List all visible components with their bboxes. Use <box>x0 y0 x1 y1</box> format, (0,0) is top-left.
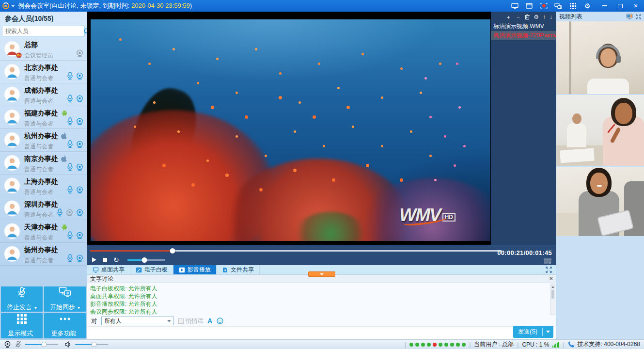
network-sync-icon[interactable] <box>554 2 563 10</box>
playlist-toggle-icon[interactable] <box>544 258 551 264</box>
mic-volume-slider[interactable] <box>25 344 58 345</box>
tab-whiteboard[interactable]: 电子白板 <box>130 265 173 274</box>
sidebar-action-button[interactable]: 停止发言▾ <box>1 286 43 312</box>
expand-videos-icon[interactable] <box>636 14 641 19</box>
video-thumbnail-3[interactable] <box>556 167 644 236</box>
record-icon[interactable] <box>539 2 548 10</box>
video-player-stage[interactable]: WMV HD <box>87 12 491 245</box>
participant-name: 南京办事处 <box>24 155 58 162</box>
cam-icon[interactable] <box>76 141 83 148</box>
whisper-option[interactable]: 悄悄话 <box>178 317 203 325</box>
video-content: WMV HD <box>91 19 490 241</box>
webcam-status-icon[interactable] <box>4 341 11 348</box>
mic-icon[interactable] <box>67 72 73 80</box>
tab-desktop-share[interactable]: 桌面共享 <box>87 265 130 274</box>
mic-icon[interactable] <box>67 95 73 103</box>
sidebar-action-button[interactable]: 更多功能 <box>44 313 86 338</box>
cam-icon[interactable] <box>76 72 83 80</box>
sidebar-action-button[interactable]: 显示模式 <box>1 313 43 338</box>
cam-icon[interactable] <box>76 118 83 126</box>
participant-row[interactable]: 上海办事处 普通与会者 <box>0 174 87 197</box>
scroll-up-icon[interactable]: ▲ <box>551 284 555 289</box>
mic-icon[interactable] <box>67 140 73 148</box>
close-button[interactable]: × <box>631 2 640 10</box>
replay-button[interactable]: ↻ <box>113 257 119 263</box>
mic-icon[interactable] <box>57 208 63 217</box>
volume-handle[interactable] <box>141 257 147 263</box>
chevron-down-icon[interactable] <box>11 5 15 7</box>
chat-close-icon[interactable]: × <box>549 275 553 283</box>
cam-icon[interactable] <box>76 209 83 217</box>
cam-gray-icon[interactable] <box>66 209 73 217</box>
seek-handle[interactable] <box>170 248 175 254</box>
scroll-thumb[interactable] <box>551 290 554 299</box>
mic-icon[interactable] <box>67 254 73 262</box>
cam-icon[interactable] <box>76 95 83 103</box>
move-down-icon[interactable]: ↓ <box>550 14 552 20</box>
mic-icon[interactable] <box>67 231 73 239</box>
speaker-volume-slider[interactable] <box>75 344 108 345</box>
cam-icon[interactable] <box>76 254 83 262</box>
volume-slider[interactable] <box>127 259 165 261</box>
chat-scrollbar[interactable]: ▲ <box>550 284 555 315</box>
participant-row[interactable]: 天津办事处 普通与会者 <box>0 220 87 243</box>
maximize-button[interactable] <box>616 2 625 10</box>
cam-icon[interactable] <box>76 163 83 171</box>
message-input[interactable]: 发送(S) <box>87 326 556 339</box>
mic-muted-icon[interactable] <box>15 341 21 348</box>
send-button[interactable]: 发送(S) <box>513 328 542 336</box>
dropdown-caret-icon[interactable]: ▾ <box>78 305 80 310</box>
whisper-checkbox[interactable] <box>178 318 184 324</box>
expand-panel-icon[interactable] <box>546 267 552 273</box>
button-label: 更多功能 <box>51 329 77 338</box>
mic-icon[interactable] <box>67 117 73 126</box>
settings-gear-icon[interactable]: ⚙ <box>583 2 592 10</box>
search-box[interactable] <box>2 26 85 36</box>
display-grid-icon[interactable] <box>568 2 577 10</box>
participant-row[interactable]: 扬州办事处 普通与会者 <box>0 243 87 266</box>
font-style-button[interactable]: A <box>207 317 212 325</box>
send-dropdown-icon[interactable] <box>543 331 553 333</box>
seek-bar[interactable] <box>90 250 502 252</box>
dropdown-caret-icon[interactable]: ▾ <box>34 305 37 310</box>
trash-icon[interactable] <box>525 14 530 20</box>
mic-icon[interactable] <box>67 163 73 171</box>
playlist-item[interactable]: 高清演示视频-720P.wmv 删除 <box>491 31 556 40</box>
participant-row[interactable]: 福建办事处 普通与会者 <box>0 106 87 129</box>
video-thumbnail-1[interactable] <box>556 21 644 94</box>
window-mode-icon[interactable] <box>525 2 534 10</box>
mic-volume-handle[interactable] <box>42 342 47 347</box>
cam-icon[interactable] <box>76 232 83 239</box>
speaker-icon[interactable] <box>65 341 71 348</box>
move-up-icon[interactable]: ↑ <box>543 14 546 20</box>
minimize-button[interactable] <box>600 2 609 10</box>
video-thumbnail-2[interactable] <box>556 95 644 166</box>
participant-row[interactable]: 北京办事处 普通与会者 <box>0 61 87 83</box>
screen-share-icon[interactable] <box>510 2 519 10</box>
play-button[interactable] <box>92 257 96 262</box>
participant-row[interactable]: 南京办事处 普通与会者 <box>0 152 87 174</box>
participant-row[interactable]: 深圳办事处 普通与会者 <box>0 197 87 220</box>
stop-button[interactable] <box>103 258 107 262</box>
recipient-select[interactable]: 所有人 <box>101 317 174 325</box>
cam-icon[interactable] <box>76 186 83 194</box>
remove-media-icon[interactable]: － <box>515 14 521 20</box>
avatar <box>4 109 20 126</box>
sidebar-action-button[interactable]: 开始同步▾ <box>44 286 86 312</box>
mic-icon[interactable] <box>67 186 73 194</box>
tab-file-share[interactable]: 文件共享 <box>217 265 260 274</box>
participant-row[interactable]: 杭州办事处 普通与会者 <box>0 129 87 152</box>
search-input[interactable] <box>2 28 83 34</box>
speaker-volume-handle[interactable] <box>92 342 97 347</box>
participant-row[interactable]: 成都办事处 普通与会者 <box>0 83 87 106</box>
chat-message: 影音播放权限: 允许所有人 <box>90 300 550 308</box>
cam-gray-icon[interactable] <box>76 49 83 57</box>
collapse-handle[interactable] <box>308 271 335 277</box>
participant-row[interactable]: 总部 会议管理员 <box>0 38 87 61</box>
add-media-icon[interactable]: ＋ <box>505 14 511 20</box>
video-monitor-icon[interactable] <box>626 14 633 19</box>
tab-media-play[interactable]: 影音播放 <box>173 265 217 274</box>
playlist-settings-icon[interactable]: ⚙ <box>534 14 539 20</box>
emoji-icon[interactable] <box>217 317 223 324</box>
playlist-item[interactable]: 标清演示视频.WMV <box>491 22 556 31</box>
